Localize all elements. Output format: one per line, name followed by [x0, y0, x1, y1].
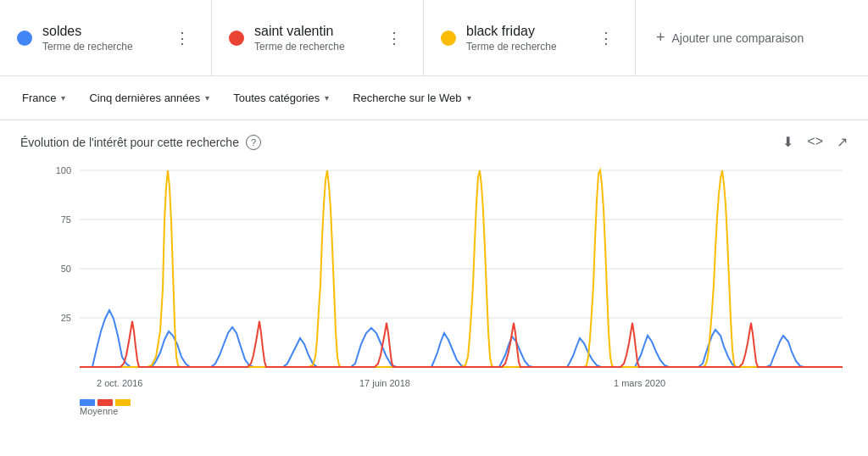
plus-icon: + — [656, 29, 665, 47]
black-friday-more-icon[interactable]: ⋮ — [595, 25, 618, 51]
search-term-black-friday: black friday Terme de recherche ⋮ — [424, 0, 636, 75]
period-filter[interactable]: Cinq dernières années ▾ — [81, 86, 218, 109]
help-icon[interactable]: ? — [246, 135, 261, 150]
add-comparison-button[interactable]: + Ajouter une comparaison — [636, 0, 868, 75]
svg-text:2 oct. 2016: 2 oct. 2016 — [97, 378, 142, 388]
blue-line — [80, 310, 843, 367]
category-label: Toutes catégories — [233, 92, 320, 104]
search-terms-bar: soldes Terme de recherche ⋮ saint valent… — [0, 0, 868, 76]
embed-icon[interactable]: <> — [807, 134, 823, 150]
saint-valentin-name: saint valentin — [254, 24, 383, 39]
region-chevron: ▾ — [61, 93, 65, 103]
black-friday-name: black friday — [466, 24, 595, 39]
soldes-text: soldes Terme de recherche — [42, 24, 171, 53]
black-friday-text: black friday Terme de recherche — [466, 24, 595, 53]
moyenne-label: Moyenne — [80, 406, 118, 416]
category-chevron: ▾ — [325, 93, 329, 103]
soldes-sub: Terme de recherche — [42, 41, 171, 53]
saint-valentin-sub: Terme de recherche — [254, 41, 383, 53]
chart-container: 100 75 50 25 2 oct. 2016 17 juin 2018 1 … — [20, 153, 848, 419]
period-label: Cinq dernières années — [89, 92, 200, 104]
region-label: France — [22, 92, 56, 104]
add-comparison-label: Ajouter une comparaison — [672, 31, 804, 45]
red-line — [80, 321, 843, 367]
saint-valentin-dot — [229, 31, 244, 46]
black-friday-dot — [441, 31, 456, 46]
download-icon[interactable]: ⬇ — [782, 134, 793, 150]
soldes-name: soldes — [42, 24, 171, 39]
type-chevron: ▾ — [467, 93, 471, 103]
svg-text:1 mars 2020: 1 mars 2020 — [614, 378, 665, 388]
chart-title-area: Évolution de l'intérêt pour cette recher… — [20, 135, 261, 150]
type-label: Recherche sur le Web — [353, 92, 461, 104]
chart-section: Évolution de l'intérêt pour cette recher… — [0, 120, 868, 419]
svg-text:17 juin 2018: 17 juin 2018 — [359, 378, 410, 388]
svg-text:50: 50 — [61, 264, 71, 274]
chart-svg: 100 75 50 25 2 oct. 2016 17 juin 2018 1 … — [20, 153, 848, 416]
search-term-soldes: soldes Terme de recherche ⋮ — [0, 0, 212, 75]
soldes-dot — [17, 31, 32, 46]
filters-bar: France ▾ Cinq dernières années ▾ Toutes … — [0, 76, 868, 120]
region-filter[interactable]: France ▾ — [14, 86, 74, 109]
black-friday-sub: Terme de recherche — [466, 41, 595, 53]
svg-text:100: 100 — [56, 165, 71, 175]
type-filter[interactable]: Recherche sur le Web ▾ — [344, 86, 479, 109]
saint-valentin-text: saint valentin Terme de recherche — [254, 24, 383, 53]
chart-header: Évolution de l'intérêt pour cette recher… — [20, 134, 848, 150]
period-chevron: ▾ — [205, 93, 209, 103]
moyenne-red-bar — [97, 399, 113, 406]
chart-actions: ⬇ <> ↗ — [782, 134, 848, 150]
soldes-more-icon[interactable]: ⋮ — [171, 25, 194, 51]
chart-title-text: Évolution de l'intérêt pour cette recher… — [20, 136, 239, 149]
category-filter[interactable]: Toutes catégories ▾ — [225, 86, 337, 109]
share-icon[interactable]: ↗ — [837, 134, 848, 150]
moyenne-blue-bar — [80, 399, 95, 406]
svg-text:25: 25 — [61, 313, 71, 323]
search-term-saint-valentin: saint valentin Terme de recherche ⋮ — [212, 0, 424, 75]
saint-valentin-more-icon[interactable]: ⋮ — [383, 25, 406, 51]
moyenne-yellow-bar — [115, 399, 131, 406]
svg-text:75: 75 — [61, 214, 71, 225]
